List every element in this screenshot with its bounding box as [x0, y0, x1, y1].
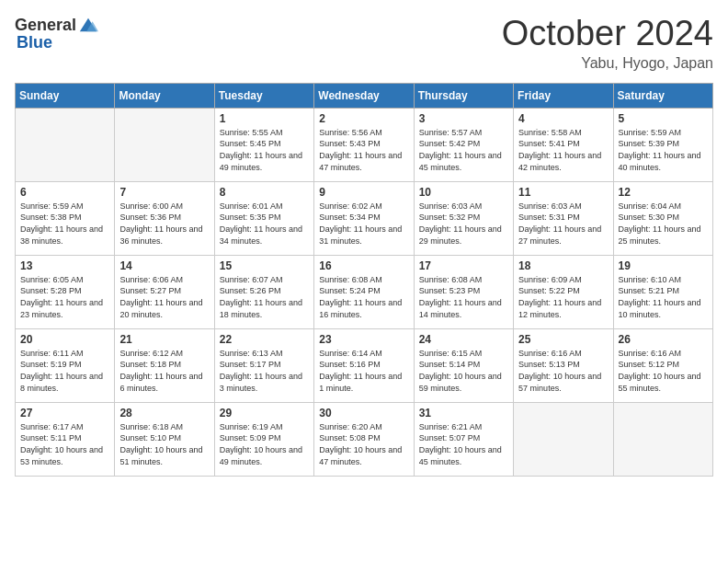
day-number: 29 — [220, 407, 309, 419]
day-number: 9 — [319, 186, 408, 199]
cell-details: Sunrise: 6:20 AMSunset: 5:08 PMDaylight:… — [319, 421, 408, 467]
calendar-cell: 17Sunrise: 6:08 AMSunset: 5:23 PMDayligh… — [414, 255, 513, 328]
cell-details: Sunrise: 6:04 AMSunset: 5:30 PMDaylight:… — [619, 201, 708, 247]
calendar-week-2: 6Sunrise: 5:59 AMSunset: 5:38 PMDaylight… — [16, 181, 713, 255]
column-header-monday: Monday — [115, 83, 214, 108]
column-header-tuesday: Tuesday — [214, 83, 313, 108]
day-number: 25 — [518, 333, 608, 346]
cell-details: Sunrise: 6:12 AMSunset: 5:18 PMDaylight:… — [119, 348, 209, 394]
day-number: 14 — [119, 259, 209, 272]
cell-details: Sunrise: 6:06 AMSunset: 5:27 PMDaylight:… — [119, 274, 209, 320]
calendar-cell: 27Sunrise: 6:17 AMSunset: 5:11 PMDayligh… — [16, 402, 115, 476]
column-header-wednesday: Wednesday — [314, 83, 414, 108]
cell-details: Sunrise: 6:15 AMSunset: 5:14 PMDaylight:… — [419, 348, 508, 394]
calendar-cell: 11Sunrise: 6:03 AMSunset: 5:31 PMDayligh… — [514, 181, 613, 255]
cell-details: Sunrise: 6:16 AMSunset: 5:12 PMDaylight:… — [619, 348, 708, 394]
calendar-cell: 28Sunrise: 6:18 AMSunset: 5:10 PMDayligh… — [115, 402, 214, 476]
cell-details: Sunrise: 6:19 AMSunset: 5:09 PMDaylight:… — [220, 421, 309, 467]
cell-details: Sunrise: 6:03 AMSunset: 5:31 PMDaylight:… — [518, 201, 608, 247]
calendar-week-5: 27Sunrise: 6:17 AMSunset: 5:11 PMDayligh… — [16, 402, 713, 476]
calendar-cell: 4Sunrise: 5:58 AMSunset: 5:41 PMDaylight… — [514, 108, 613, 181]
cell-details: Sunrise: 5:58 AMSunset: 5:41 PMDaylight:… — [518, 127, 608, 173]
calendar-header-row: SundayMondayTuesdayWednesdayThursdayFrid… — [16, 83, 713, 108]
day-number: 24 — [419, 333, 508, 346]
day-number: 12 — [619, 186, 708, 199]
day-number: 6 — [20, 186, 109, 199]
day-number: 11 — [518, 186, 608, 199]
day-number: 13 — [20, 259, 109, 272]
calendar-cell: 8Sunrise: 6:01 AMSunset: 5:35 PMDaylight… — [214, 181, 313, 255]
calendar-cell: 10Sunrise: 6:03 AMSunset: 5:32 PMDayligh… — [414, 181, 513, 255]
cell-details: Sunrise: 6:00 AMSunset: 5:36 PMDaylight:… — [119, 201, 209, 247]
calendar-cell: 21Sunrise: 6:12 AMSunset: 5:18 PMDayligh… — [115, 328, 214, 402]
day-number: 7 — [119, 186, 209, 199]
location-title: Yabu, Hyogo, Japan — [502, 55, 713, 72]
calendar-cell — [115, 108, 214, 181]
column-header-thursday: Thursday — [414, 83, 513, 108]
day-number: 4 — [518, 112, 608, 125]
day-number: 28 — [119, 407, 209, 419]
calendar-cell: 9Sunrise: 6:02 AMSunset: 5:34 PMDaylight… — [314, 181, 414, 255]
day-number: 27 — [20, 407, 109, 419]
logo-general-text: General — [15, 16, 76, 35]
calendar-cell: 22Sunrise: 6:13 AMSunset: 5:17 PMDayligh… — [214, 328, 313, 402]
calendar-cell: 31Sunrise: 6:21 AMSunset: 5:07 PMDayligh… — [414, 402, 513, 476]
calendar-cell: 29Sunrise: 6:19 AMSunset: 5:09 PMDayligh… — [214, 402, 313, 476]
calendar-table: SundayMondayTuesdayWednesdayThursdayFrid… — [15, 83, 713, 477]
calendar-week-1: 1Sunrise: 5:55 AMSunset: 5:45 PMDaylight… — [16, 108, 713, 181]
day-number: 31 — [419, 407, 508, 419]
cell-details: Sunrise: 5:59 AMSunset: 5:39 PMDaylight:… — [619, 127, 708, 173]
logo-blue-text: Blue — [15, 33, 52, 52]
page-header: General Blue October 2024 Yabu, Hyogo, J… — [15, 15, 713, 72]
calendar-cell: 14Sunrise: 6:06 AMSunset: 5:27 PMDayligh… — [115, 255, 214, 328]
day-number: 18 — [518, 259, 608, 272]
calendar-cell: 30Sunrise: 6:20 AMSunset: 5:08 PMDayligh… — [314, 402, 414, 476]
day-number: 1 — [220, 112, 309, 125]
cell-details: Sunrise: 5:55 AMSunset: 5:45 PMDaylight:… — [220, 127, 309, 173]
logo-icon — [78, 15, 98, 35]
logo: General Blue — [15, 15, 98, 52]
cell-details: Sunrise: 6:21 AMSunset: 5:07 PMDaylight:… — [419, 421, 508, 467]
day-number: 8 — [220, 186, 309, 199]
calendar-week-3: 13Sunrise: 6:05 AMSunset: 5:28 PMDayligh… — [16, 255, 713, 328]
calendar-cell: 25Sunrise: 6:16 AMSunset: 5:13 PMDayligh… — [514, 328, 613, 402]
calendar-cell: 20Sunrise: 6:11 AMSunset: 5:19 PMDayligh… — [16, 328, 115, 402]
column-header-friday: Friday — [514, 83, 613, 108]
cell-details: Sunrise: 6:08 AMSunset: 5:23 PMDaylight:… — [419, 274, 508, 320]
calendar-cell — [16, 108, 115, 181]
day-number: 21 — [119, 333, 209, 346]
calendar-cell: 26Sunrise: 6:16 AMSunset: 5:12 PMDayligh… — [613, 328, 712, 402]
calendar-cell: 5Sunrise: 5:59 AMSunset: 5:39 PMDaylight… — [613, 108, 712, 181]
cell-details: Sunrise: 6:10 AMSunset: 5:21 PMDaylight:… — [619, 274, 708, 320]
calendar-cell: 24Sunrise: 6:15 AMSunset: 5:14 PMDayligh… — [414, 328, 513, 402]
day-number: 23 — [319, 333, 408, 346]
day-number: 10 — [419, 186, 508, 199]
day-number: 30 — [319, 407, 408, 419]
cell-details: Sunrise: 6:05 AMSunset: 5:28 PMDaylight:… — [20, 274, 109, 320]
day-number: 17 — [419, 259, 508, 272]
calendar-cell: 1Sunrise: 5:55 AMSunset: 5:45 PMDaylight… — [214, 108, 313, 181]
calendar-cell: 6Sunrise: 5:59 AMSunset: 5:38 PMDaylight… — [16, 181, 115, 255]
calendar-cell: 23Sunrise: 6:14 AMSunset: 5:16 PMDayligh… — [314, 328, 414, 402]
calendar-cell: 13Sunrise: 6:05 AMSunset: 5:28 PMDayligh… — [16, 255, 115, 328]
calendar-cell: 12Sunrise: 6:04 AMSunset: 5:30 PMDayligh… — [613, 181, 712, 255]
calendar-cell: 7Sunrise: 6:00 AMSunset: 5:36 PMDaylight… — [115, 181, 214, 255]
day-number: 3 — [419, 112, 508, 125]
calendar-cell: 18Sunrise: 6:09 AMSunset: 5:22 PMDayligh… — [514, 255, 613, 328]
cell-details: Sunrise: 6:07 AMSunset: 5:26 PMDaylight:… — [220, 274, 309, 320]
calendar-cell: 3Sunrise: 5:57 AMSunset: 5:42 PMDaylight… — [414, 108, 513, 181]
cell-details: Sunrise: 6:16 AMSunset: 5:13 PMDaylight:… — [518, 348, 608, 394]
day-number: 15 — [220, 259, 309, 272]
month-title: October 2024 — [502, 15, 713, 53]
day-number: 22 — [220, 333, 309, 346]
cell-details: Sunrise: 6:09 AMSunset: 5:22 PMDaylight:… — [518, 274, 608, 320]
title-area: October 2024 Yabu, Hyogo, Japan — [502, 15, 713, 72]
calendar-cell: 19Sunrise: 6:10 AMSunset: 5:21 PMDayligh… — [613, 255, 712, 328]
calendar-cell: 15Sunrise: 6:07 AMSunset: 5:26 PMDayligh… — [214, 255, 313, 328]
cell-details: Sunrise: 6:01 AMSunset: 5:35 PMDaylight:… — [220, 201, 309, 247]
cell-details: Sunrise: 6:18 AMSunset: 5:10 PMDaylight:… — [119, 421, 209, 467]
day-number: 16 — [319, 259, 408, 272]
column-header-sunday: Sunday — [16, 83, 115, 108]
calendar-week-4: 20Sunrise: 6:11 AMSunset: 5:19 PMDayligh… — [16, 328, 713, 402]
cell-details: Sunrise: 6:03 AMSunset: 5:32 PMDaylight:… — [419, 201, 508, 247]
